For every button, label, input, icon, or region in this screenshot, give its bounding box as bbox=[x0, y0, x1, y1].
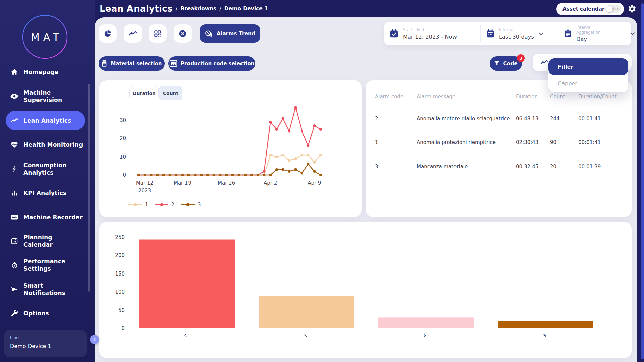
eye-icon bbox=[10, 92, 19, 101]
sidebar-item-label: Performance Settings bbox=[23, 258, 65, 273]
code-filter-badge: 3 bbox=[517, 54, 525, 62]
sidebar-item-homepage[interactable]: Homepage bbox=[0, 66, 95, 78]
column-header: Alarm message bbox=[417, 94, 455, 100]
alarm-code-cell: 1 bbox=[375, 139, 378, 145]
column-header: Alarm code bbox=[375, 94, 404, 100]
device-card[interactable]: Line Demo Device 1 bbox=[4, 330, 87, 357]
production-code-selection-button[interactable]: Production code selection bbox=[168, 56, 255, 71]
close-view-button[interactable] bbox=[174, 24, 192, 43]
alarm-message-cell: Anomalia protezioni riempitrice bbox=[417, 139, 496, 145]
interval-select[interactable]: Interval Last 30 days bbox=[480, 22, 558, 45]
heart-pulse-icon bbox=[10, 140, 19, 149]
svg-text:50: 50 bbox=[118, 307, 125, 313]
svg-text:0: 0 bbox=[121, 325, 125, 331]
date-controls-card: Start - End Mar 12, 2023 - Now Interval … bbox=[384, 22, 631, 45]
sidebar-item-kpi-analytics[interactable]: KPI Analytics bbox=[0, 187, 95, 199]
asset-calendar-label: Asset calendar bbox=[562, 6, 604, 12]
material-selection-button[interactable]: Material selection bbox=[99, 56, 165, 71]
trend-icon bbox=[128, 29, 137, 38]
chart-legend: 123 bbox=[128, 202, 201, 208]
svg-text:10: 10 bbox=[120, 154, 126, 160]
svg-text:2023: 2023 bbox=[138, 188, 151, 194]
sidebar-item-label: Options bbox=[23, 310, 49, 317]
trend-icon bbox=[10, 116, 19, 125]
barcode-icon bbox=[169, 60, 177, 67]
sidebar-collapse-button[interactable] bbox=[90, 335, 99, 344]
asset-calendar-switch[interactable]: OFF bbox=[606, 5, 621, 13]
count-cell: 20 bbox=[550, 164, 556, 170]
sidebar-item-planning-calendar[interactable]: Planning Calendar bbox=[0, 234, 95, 248]
sidebar-scrollbar[interactable] bbox=[88, 84, 90, 292]
sidebar-item-label: Consumption Analytics bbox=[23, 162, 66, 176]
interval-aggregation-select[interactable]: Interval Aggregation Day bbox=[558, 22, 631, 45]
qr-grid-view-button[interactable] bbox=[149, 24, 167, 43]
alarms-trend-button[interactable]: Alarms Trend bbox=[200, 24, 260, 43]
aggregation-label: Interval Aggregation bbox=[576, 25, 601, 35]
dropdown-option-filler[interactable]: Filler bbox=[548, 58, 628, 75]
alarms-trend-line-chart: 0102030Mar 122023Mar 19Mar 26Apr 2Apr 9 bbox=[99, 80, 362, 217]
alarm-message-cell: Anomalia motore giallo sciacquatrice bbox=[417, 116, 510, 122]
sidebar-item-machine-supervision[interactable]: Machine Supervision bbox=[0, 89, 95, 104]
sidebar-item-smart-notifications[interactable]: Smart Notifications bbox=[0, 282, 95, 297]
aggregation-value: Day bbox=[576, 36, 601, 42]
asset-calendar-toggle-pill[interactable]: Asset calendar OFF bbox=[556, 3, 624, 15]
sidebar-item-label: KPI Analytics bbox=[23, 189, 66, 197]
legend-item[interactable]: 3 bbox=[181, 202, 201, 208]
calendar-check-icon bbox=[389, 28, 399, 39]
alarm-message-cell: Mancanza materiale bbox=[417, 164, 468, 170]
svg-text:2: 2 bbox=[183, 333, 189, 338]
alarm-code-cell: 3 bbox=[375, 164, 378, 170]
duration-cell: 00:32:45 bbox=[516, 164, 538, 170]
alarms-trend-card: Duration Count 0102030Mar 122023Mar 19Ma… bbox=[99, 80, 362, 217]
sidebar-item-label: Planning Calendar bbox=[23, 234, 53, 248]
sidebar-item-label: Lean Analytics bbox=[23, 117, 71, 124]
sidebar-item-health-monitoring[interactable]: Health Monitoring bbox=[0, 139, 95, 151]
svg-text:4: 4 bbox=[422, 333, 427, 338]
svg-text:0: 0 bbox=[123, 172, 126, 178]
dropdown-option-capper[interactable]: Capper bbox=[548, 75, 628, 92]
svg-text:Mar 19: Mar 19 bbox=[174, 180, 191, 186]
settings-gear-icon[interactable] bbox=[628, 4, 637, 15]
svg-text:Apr 9: Apr 9 bbox=[308, 180, 321, 186]
device-type-label: Line bbox=[10, 335, 87, 340]
page-scrollbar[interactable] bbox=[641, 3, 644, 359]
duration-cell: 06:48:13 bbox=[516, 116, 538, 122]
clipboard-icon bbox=[563, 28, 573, 39]
alarm-code-cell: 2 bbox=[375, 116, 378, 122]
date-range-picker[interactable]: Start - End Mar 12, 2023 - Now bbox=[384, 22, 480, 45]
date-range-label: Start - End bbox=[403, 27, 457, 32]
breadcrumb-item[interactable]: Demo Device 1 bbox=[224, 6, 268, 12]
duration-count-cell: 00:01:39 bbox=[578, 164, 601, 170]
svg-text:Mar 26: Mar 26 bbox=[218, 180, 235, 186]
trend-view-button[interactable] bbox=[124, 24, 142, 43]
pie-chart-view-button[interactable] bbox=[99, 24, 117, 43]
breadcrumb-item[interactable]: Breakdowns bbox=[180, 6, 216, 12]
main-panel: Alarms Trend Start - End Mar 12, 2023 - … bbox=[95, 17, 637, 362]
mat-logo: MAT bbox=[22, 15, 68, 59]
svg-text:200: 200 bbox=[115, 252, 125, 258]
divider bbox=[370, 155, 628, 155]
sidebar-item-label: Homepage bbox=[23, 68, 58, 76]
alarms-trend-label: Alarms Trend bbox=[217, 31, 255, 37]
divider bbox=[370, 131, 628, 131]
sidebar-item-options[interactable]: Options bbox=[0, 307, 95, 319]
production-code-selection-label: Production code selection bbox=[181, 61, 254, 67]
sidebar-item-performance-settings[interactable]: Performance Settings bbox=[0, 258, 95, 273]
column-header: Count bbox=[550, 94, 565, 100]
legend-item[interactable]: 1 bbox=[128, 202, 148, 208]
legend-item[interactable]: 2 bbox=[155, 202, 175, 208]
sidebar-item-consumption-analytics[interactable]: Consumption Analytics bbox=[0, 162, 95, 176]
pie-chart-icon bbox=[103, 29, 112, 38]
bar-chart-icon bbox=[10, 189, 19, 197]
interval-label: Interval bbox=[499, 27, 534, 32]
logo-text: MAT bbox=[22, 15, 68, 59]
sidebar-item-label: Health Monitoring bbox=[23, 141, 83, 148]
duration-count-cell: 00:01:41 bbox=[578, 139, 601, 145]
sidebar-item-lean-analytics[interactable]: Lean Analytics bbox=[6, 111, 85, 130]
divider bbox=[370, 107, 628, 107]
calendar-interval-icon bbox=[485, 28, 495, 39]
breadcrumb: Lean Analytics / Breakdowns / Demo Devic… bbox=[100, 0, 268, 17]
svg-text:1: 1 bbox=[303, 333, 308, 338]
material-icon bbox=[101, 60, 107, 67]
sidebar-item-machine-recorder[interactable]: Machine Recorder bbox=[0, 211, 95, 223]
